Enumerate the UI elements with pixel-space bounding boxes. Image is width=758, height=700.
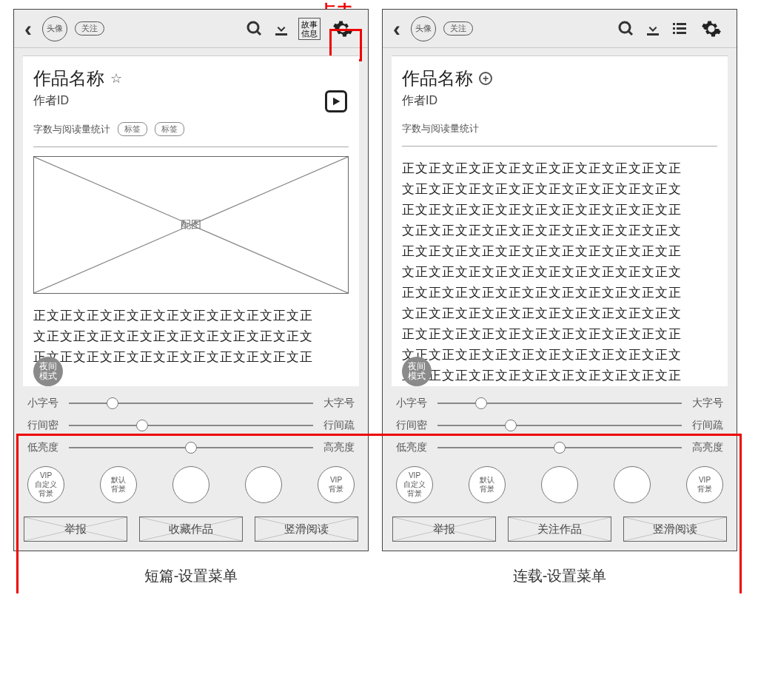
search-icon[interactable] <box>617 19 636 38</box>
favorite-star-icon[interactable]: ☆ <box>110 70 122 87</box>
back-button[interactable]: ‹ <box>393 16 400 41</box>
tag-chip[interactable]: 标签 <box>155 122 184 136</box>
font-size-slider[interactable]: 小字号 大字号 <box>396 397 723 410</box>
body-text: 正文正文正文正文正文正文正文正文正文正文正 文正文正文正文正文正文正文正文正文正… <box>33 306 349 368</box>
line-spacing-slider[interactable]: 行间密 行间疏 <box>396 419 723 432</box>
svg-point-0 <box>248 22 258 33</box>
night-mode-badge[interactable]: 夜间模式 <box>33 357 63 386</box>
author-id: 作者ID <box>33 93 349 109</box>
follow-button[interactable]: 关注 <box>75 21 104 36</box>
topbar: ‹ 头像 关注 故事 信息 <box>14 10 368 48</box>
slider-left-label: 小字号 <box>27 397 61 410</box>
download-icon[interactable] <box>272 19 291 38</box>
add-icon[interactable]: + <box>479 72 492 85</box>
svg-rect-2 <box>275 33 287 36</box>
highlight-settings-panels <box>16 434 742 593</box>
slider-left-label: 行间密 <box>27 419 61 432</box>
settings-gear-button[interactable] <box>697 14 726 44</box>
story-info-line1: 故事 <box>301 20 318 29</box>
content-area: 作品名称 + 作者ID 字数与阅读量统计 夜间模式 正文正文正文正文正文正文正文… <box>392 55 728 386</box>
follow-button[interactable]: 关注 <box>443 21 473 36</box>
body-text: 正文正文正文正文正文正文正文正文正文正文正 文正文正文正文正文正文正文正文正文正… <box>402 158 717 386</box>
topbar: ‹ 头像 关注 <box>383 10 737 48</box>
stats-text: 字数与阅读量统计 <box>33 123 110 136</box>
svg-rect-19 <box>677 32 686 34</box>
work-title: 作品名称 <box>402 67 473 90</box>
svg-rect-14 <box>673 23 675 25</box>
avatar-button[interactable]: 头像 <box>411 16 436 41</box>
play-button[interactable] <box>325 90 347 112</box>
svg-rect-18 <box>673 32 675 34</box>
svg-line-12 <box>628 31 632 35</box>
font-size-slider[interactable]: 小字号 大字号 <box>27 397 355 410</box>
content-area: 作品名称 ☆ 作者ID 字数与阅读量统计 标签 标签 配图 夜间模式 正文正文正… <box>23 55 359 386</box>
list-icon[interactable] <box>670 19 689 38</box>
story-info-line2: 信息 <box>301 29 318 38</box>
svg-rect-17 <box>677 27 686 30</box>
night-mode-badge[interactable]: 夜间模式 <box>402 357 432 386</box>
divider <box>33 147 349 147</box>
back-button[interactable]: ‹ <box>24 16 32 41</box>
line-spacing-slider[interactable]: 行间密 行间疏 <box>27 419 355 432</box>
story-info-button[interactable]: 故事 信息 <box>298 18 321 40</box>
download-icon[interactable] <box>643 19 663 38</box>
divider <box>402 146 717 147</box>
tag-chip[interactable]: 标签 <box>118 122 147 136</box>
image-placeholder: 配图 <box>33 156 349 294</box>
svg-rect-16 <box>673 27 675 30</box>
stats-text: 字数与阅读量统计 <box>402 122 479 135</box>
svg-rect-15 <box>677 23 686 25</box>
slider-right-label: 行间疏 <box>321 419 355 432</box>
svg-rect-13 <box>647 33 659 36</box>
slider-right-label: 大字号 <box>321 397 355 410</box>
svg-point-11 <box>620 22 630 33</box>
search-icon[interactable] <box>245 19 264 38</box>
slider-right-label: 行间疏 <box>689 419 723 432</box>
slider-left-label: 小字号 <box>396 397 430 410</box>
svg-line-1 <box>257 31 261 35</box>
slider-left-label: 行间密 <box>396 419 430 432</box>
slider-right-label: 大字号 <box>689 397 723 410</box>
avatar-button[interactable]: 头像 <box>42 16 67 41</box>
work-title: 作品名称 <box>33 67 104 90</box>
author-id: 作者ID <box>402 93 717 109</box>
